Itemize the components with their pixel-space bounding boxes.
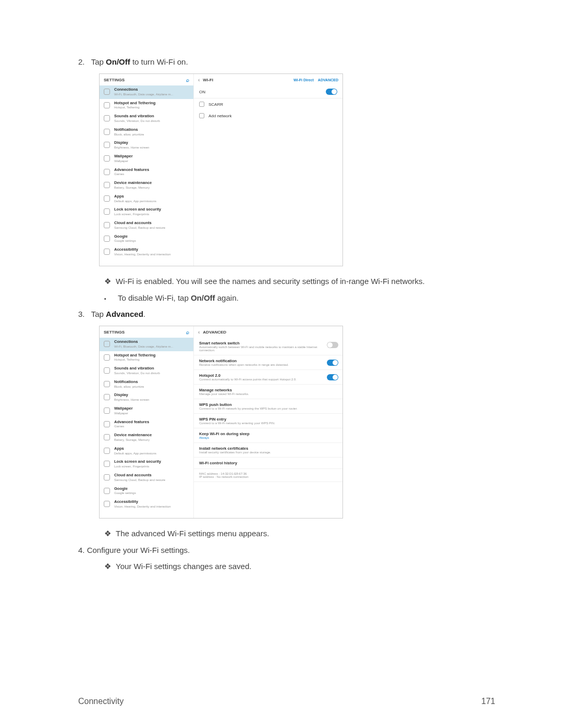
back-icon[interactable]: ‹ bbox=[198, 329, 200, 335]
wifi-panel: ‹ WI-FI Wi-Fi Direct ADVANCED ON SCARR A… bbox=[193, 74, 342, 266]
sidebar-item[interactable]: GoogleGoogle settings bbox=[100, 232, 193, 246]
settings-item-icon bbox=[104, 394, 110, 400]
settings-item-icon bbox=[104, 488, 110, 494]
back-icon[interactable]: ‹ bbox=[198, 77, 200, 83]
sidebar-item[interactable]: Cloud and accountsSamsung Cloud, Backup … bbox=[100, 219, 193, 232]
sidebar-item[interactable]: GoogleGoogle settings bbox=[100, 485, 193, 498]
settings-item-icon bbox=[104, 236, 110, 242]
advanced-item[interactable]: Manage networksManage your saved Wi-Fi n… bbox=[194, 385, 342, 399]
screenshot-advanced: SETTINGS ⌕ ConnectionsWi-Fi, Bluetooth, … bbox=[99, 326, 343, 519]
wifi-on-row: ON bbox=[194, 85, 342, 98]
settings-item-icon bbox=[104, 354, 110, 361]
step-3: 3. Tap Advanced. bbox=[78, 310, 495, 318]
bullet-disable-wifi: ▪ To disable Wi-Fi, tap On/Off again. bbox=[104, 293, 495, 302]
sidebar-item[interactable]: WallpaperWallpaper bbox=[100, 152, 193, 166]
search-icon[interactable]: ⌕ bbox=[186, 329, 189, 335]
wifi-icon bbox=[199, 102, 204, 107]
search-icon[interactable]: ⌕ bbox=[186, 77, 189, 83]
footer-page: 171 bbox=[481, 697, 495, 706]
advanced-item[interactable]: WPS PIN entryConnect to a Wi-Fi network … bbox=[194, 414, 342, 428]
plus-icon bbox=[199, 113, 204, 118]
network-item[interactable]: SCARR bbox=[194, 98, 342, 110]
settings-item-icon bbox=[104, 421, 110, 427]
settings-item-icon bbox=[104, 448, 110, 454]
advanced-item[interactable]: Install network certificatesInstall secu… bbox=[194, 443, 342, 458]
settings-item-icon bbox=[104, 142, 110, 148]
settings-item-icon bbox=[104, 249, 110, 255]
settings-item-icon bbox=[104, 408, 110, 414]
step-4: 4. Configure your Wi-Fi settings. bbox=[78, 546, 495, 554]
advanced-panel: ‹ ADVANCED Smart network switchAutomatic… bbox=[193, 326, 342, 518]
advanced-item[interactable]: WPS push buttonConnect to a Wi-Fi networ… bbox=[194, 399, 342, 414]
bullet-adv-appears: ❖The advanced Wi-Fi settings menu appear… bbox=[104, 529, 495, 538]
bullet-saved: ❖Your Wi-Fi settings changes are saved. bbox=[104, 562, 495, 571]
sidebar-item[interactable]: Device maintenanceBattery, Storage, Memo… bbox=[100, 179, 193, 192]
step-2: 2. Tap On/Off to turn Wi-Fi on. bbox=[78, 57, 495, 66]
settings-item-icon bbox=[104, 341, 110, 347]
advanced-item[interactable]: Hotspot 2.0Connect automatically to Wi-F… bbox=[194, 370, 342, 385]
settings-item-icon bbox=[104, 169, 110, 175]
toggle[interactable] bbox=[327, 374, 338, 380]
wifi-header: ‹ WI-FI Wi-Fi Direct ADVANCED bbox=[194, 74, 342, 85]
settings-item-icon bbox=[104, 381, 110, 387]
settings-item-icon bbox=[104, 89, 110, 95]
sidebar-item[interactable]: ConnectionsWi-Fi, Bluetooth, Data usage,… bbox=[100, 338, 193, 351]
settings-item-icon bbox=[104, 195, 110, 202]
sidebar-item[interactable]: Sounds and vibrationSounds, Vibration, D… bbox=[100, 364, 193, 378]
settings-item-icon bbox=[104, 222, 110, 228]
sidebar-item[interactable]: NotificationsBlock, allow, prioritize bbox=[100, 378, 193, 391]
footer-section: Connectivity bbox=[78, 697, 124, 706]
advanced-item[interactable]: MAC address : 14:32:D1:E8:67:36IP addres… bbox=[194, 469, 342, 482]
bullet-wifi-enabled: ❖Wi-Fi is enabled. You will see the name… bbox=[104, 277, 495, 286]
settings-item-icon bbox=[104, 434, 110, 440]
add-network[interactable]: Add network bbox=[194, 110, 342, 121]
sidebar-item[interactable]: Hotspot and TetheringHotspot, Tethering bbox=[100, 99, 193, 113]
sidebar-item[interactable]: AccessibilityVision, Hearing, Dexterity … bbox=[100, 498, 193, 511]
advanced-item[interactable]: Keep Wi-Fi on during sleepAlways bbox=[194, 428, 342, 443]
sidebar-item[interactable]: NotificationsBlock, allow, prioritize bbox=[100, 126, 193, 139]
settings-panel-2: SETTINGS ⌕ ConnectionsWi-Fi, Bluetooth, … bbox=[100, 326, 193, 518]
advanced-item[interactable]: Smart network switchAutomatically switch… bbox=[194, 338, 342, 355]
screenshot-wifi: SETTINGS ⌕ ConnectionsWi-Fi, Bluetooth, … bbox=[99, 73, 343, 266]
wifi-direct-link[interactable]: Wi-Fi Direct bbox=[293, 78, 314, 82]
sidebar-item[interactable]: Advanced featuresGames bbox=[100, 166, 193, 179]
settings-item-icon bbox=[104, 501, 110, 507]
settings-header-2: SETTINGS ⌕ bbox=[100, 326, 193, 338]
settings-item-icon bbox=[104, 367, 110, 374]
sidebar-item[interactable]: Device maintenanceBattery, Storage, Memo… bbox=[100, 431, 193, 445]
settings-item-icon bbox=[104, 115, 110, 121]
settings-item-icon bbox=[104, 155, 110, 162]
settings-item-icon bbox=[104, 182, 110, 188]
toggle[interactable] bbox=[327, 342, 338, 348]
toggle[interactable] bbox=[327, 360, 338, 366]
settings-item-icon bbox=[104, 474, 110, 480]
sidebar-item[interactable]: Advanced featuresGames bbox=[100, 418, 193, 431]
advanced-item[interactable]: Wi-Fi control history bbox=[194, 458, 342, 469]
advanced-header: ‹ ADVANCED bbox=[194, 326, 342, 338]
settings-item-icon bbox=[104, 102, 110, 108]
settings-item-icon bbox=[104, 208, 110, 215]
sidebar-item[interactable]: DisplayBrightness, Home screen bbox=[100, 391, 193, 404]
sidebar-item[interactable]: WallpaperWallpaper bbox=[100, 404, 193, 418]
settings-item-icon bbox=[104, 461, 110, 467]
sidebar-item[interactable]: DisplayBrightness, Home screen bbox=[100, 139, 193, 152]
sidebar-item[interactable]: AccessibilityVision, Hearing, Dexterity … bbox=[100, 245, 193, 259]
sidebar-item[interactable]: Hotspot and TetheringHotspot, Tethering bbox=[100, 351, 193, 365]
page-footer: Connectivity 171 bbox=[78, 697, 495, 706]
sidebar-item[interactable]: AppsDefault apps, App permissions bbox=[100, 192, 193, 206]
sidebar-item[interactable]: ConnectionsWi-Fi, Bluetooth, Data usage,… bbox=[100, 85, 193, 99]
wifi-toggle[interactable] bbox=[326, 89, 337, 95]
sidebar-item[interactable]: Cloud and accountsSamsung Cloud, Backup … bbox=[100, 471, 193, 485]
sidebar-item[interactable]: AppsDefault apps, App permissions bbox=[100, 445, 193, 458]
settings-panel: SETTINGS ⌕ ConnectionsWi-Fi, Bluetooth, … bbox=[100, 74, 193, 266]
sidebar-item[interactable]: Lock screen and securityLock screen, Fin… bbox=[100, 205, 193, 219]
advanced-link[interactable]: ADVANCED bbox=[318, 78, 338, 82]
sidebar-item[interactable]: Sounds and vibrationSounds, Vibration, D… bbox=[100, 112, 193, 126]
settings-item-icon bbox=[104, 129, 110, 135]
advanced-item[interactable]: Network notificationReceive notification… bbox=[194, 355, 342, 370]
sidebar-item[interactable]: Lock screen and securityLock screen, Fin… bbox=[100, 458, 193, 471]
settings-header: SETTINGS ⌕ bbox=[100, 74, 193, 85]
